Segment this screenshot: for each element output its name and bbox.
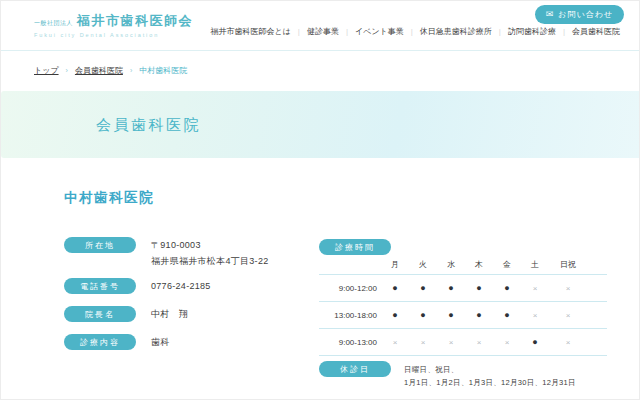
- time-slot: 9:00-13:00: [319, 338, 381, 347]
- nav-item-events[interactable]: イベント事業: [348, 26, 411, 37]
- mail-icon: ✉: [546, 10, 555, 19]
- breadcrumb: トップ › 会員歯科医院 › 中村歯科医院: [34, 65, 187, 76]
- breadcrumb-current: 中村歯科医院: [139, 65, 187, 76]
- nav-item-checkup[interactable]: 健診事業: [300, 26, 346, 37]
- clinic-name: 中村歯科医院: [64, 189, 154, 207]
- hours-mark: ●: [381, 283, 409, 293]
- phone-value: 0776-24-2185: [151, 278, 211, 294]
- page: 一般社団法人 福井市歯科医師会 Fukui city Dental Associ…: [0, 0, 640, 400]
- hours-mark: ●: [493, 310, 521, 320]
- street-address: 福井県福井市松本4丁目3-22: [151, 253, 269, 269]
- hours-mark: ×: [549, 284, 587, 293]
- hours-mark: ×: [549, 338, 587, 347]
- hours-mark: ×: [381, 338, 409, 347]
- brand-name-en: Fukui city Dental Association: [34, 32, 193, 38]
- site-header: 一般社団法人 福井市歯科医師会 Fukui city Dental Associ…: [1, 1, 639, 51]
- hours-label-pill: 診療時間: [319, 239, 391, 255]
- nav-item-about[interactable]: 福井市歯科医師会とは: [203, 26, 297, 37]
- closed-days-line: 日曜日、祝日、: [404, 363, 576, 376]
- hours-mark: ×: [549, 311, 587, 320]
- day-header-wed: 水: [437, 259, 465, 270]
- hero-banner: 会員歯科医院: [1, 91, 640, 158]
- breadcrumb-member-clinics[interactable]: 会員歯科医院: [75, 65, 123, 76]
- hours-mark: ×: [493, 338, 521, 347]
- hours-mark: ×: [521, 311, 549, 320]
- hours-table: 月 火 水 木 金 土 日祝 9:00-12:00 ● ● ● ● ● × × …: [319, 255, 607, 356]
- site-logo[interactable]: 一般社団法人 福井市歯科医師会 Fukui city Dental Associ…: [34, 12, 193, 38]
- page-title: 会員歯科医院: [96, 115, 201, 134]
- day-header-sat: 土: [521, 259, 549, 270]
- postal-code: 〒910-0003: [151, 237, 269, 253]
- director-value: 中村 翔: [151, 306, 188, 322]
- hours-mark: ●: [409, 310, 437, 320]
- closed-days-label-pill: 休診日: [319, 361, 391, 377]
- hours-mark: ●: [381, 310, 409, 320]
- hours-mark: ●: [409, 283, 437, 293]
- time-slot: 9:00-12:00: [319, 284, 381, 293]
- address-value: 〒910-0003 福井県福井市松本4丁目3-22: [151, 237, 269, 269]
- day-header-mon: 月: [381, 259, 409, 270]
- hours-mark: ×: [437, 338, 465, 347]
- hours-mark: ×: [409, 338, 437, 347]
- day-header-tue: 火: [409, 259, 437, 270]
- nav-item-visiting-care[interactable]: 訪問歯科診療: [501, 26, 563, 37]
- breadcrumb-home[interactable]: トップ: [34, 65, 59, 76]
- field-director: 院長名 中村 翔: [64, 306, 188, 322]
- director-label-pill: 院長名: [64, 306, 136, 322]
- day-header-fri: 金: [493, 259, 521, 270]
- hours-mark: ×: [465, 338, 493, 347]
- contact-button-label: お問い合わせ: [558, 9, 613, 20]
- hours-mark: ×: [521, 284, 549, 293]
- field-phone: 電話番号 0776-24-2185: [64, 278, 211, 294]
- hours-row-afternoon: 13:00-18:00 ● ● ● ● ● × ×: [319, 302, 607, 329]
- contact-button[interactable]: ✉ お問い合わせ: [535, 5, 624, 24]
- hours-mark: ●: [465, 283, 493, 293]
- hours-mark: ●: [521, 337, 549, 347]
- breadcrumb-separator-icon: ›: [130, 67, 132, 74]
- corp-type-label: 一般社団法人: [34, 19, 73, 30]
- time-slot: 13:00-18:00: [319, 311, 381, 320]
- field-services: 診療内容 歯科: [64, 334, 170, 350]
- hours-header-row: 月 火 水 木 金 土 日祝: [319, 255, 607, 275]
- main-nav: 福井市歯科医師会とは | 健診事業 | イベント事業 | 休日急患歯科診療所 |…: [203, 26, 627, 37]
- breadcrumb-separator-icon: ›: [66, 67, 68, 74]
- phone-label-pill: 電話番号: [64, 278, 136, 294]
- day-header-thu: 木: [465, 259, 493, 270]
- closed-days-line: 1月1日、1月2日、1月3日、12月30日、12月31日: [404, 376, 576, 389]
- field-address: 所在地 〒910-0003 福井県福井市松本4丁目3-22: [64, 237, 269, 269]
- hours-mark: ●: [437, 283, 465, 293]
- nav-item-member-clinics[interactable]: 会員歯科医院: [565, 26, 627, 37]
- nav-item-emergency-clinic[interactable]: 休日急患歯科診療所: [413, 26, 499, 37]
- closed-days-value: 日曜日、祝日、 1月1日、1月2日、1月3日、12月30日、12月31日: [404, 361, 576, 389]
- hours-mark: ●: [465, 310, 493, 320]
- address-label-pill: 所在地: [64, 237, 136, 253]
- hours-row-morning: 9:00-12:00 ● ● ● ● ● × ×: [319, 275, 607, 302]
- closed-days-section: 休診日 日曜日、祝日、 1月1日、1月2日、1月3日、12月30日、12月31日: [319, 361, 576, 389]
- hours-row-saturday: 9:00-13:00 × × × × × ● ×: [319, 329, 607, 356]
- day-header-sun-holiday: 日祝: [549, 259, 587, 270]
- services-value: 歯科: [151, 334, 170, 350]
- services-label-pill: 診療内容: [64, 334, 136, 350]
- hours-mark: ●: [437, 310, 465, 320]
- hours-mark: ●: [493, 283, 521, 293]
- brand-name: 福井市歯科医師会: [77, 12, 193, 30]
